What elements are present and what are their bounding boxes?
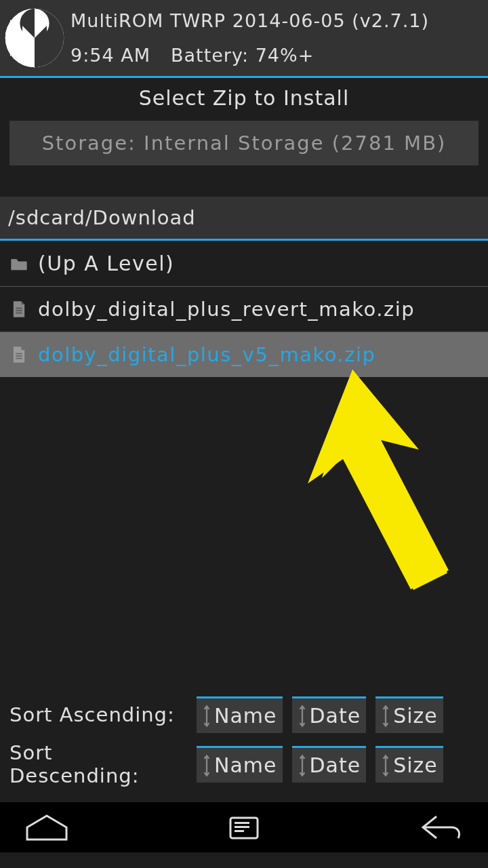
svg-rect-7 [16,310,22,311]
svg-marker-12 [322,370,447,590]
console-button[interactable] [222,812,266,842]
status-battery: Battery: 74%+ [171,45,314,66]
annotation-arrow-icon [251,370,454,600]
storage-button[interactable]: Storage: Internal Storage (2781 MB) [9,121,479,165]
file-icon [9,345,28,364]
sort-arrows-icon [298,705,307,728]
app-title: MultiROM TWRP 2014-06-05 (v2.7.1) [70,10,429,31]
page-title: Select Zip to Install [0,76,488,117]
svg-rect-6 [16,308,22,309]
file-item[interactable]: dolby_digital_plus_revert_mako.zip [0,287,488,332]
back-icon [419,814,464,841]
up-label: (Up A Level) [38,252,174,275]
header-bar: MultiROM TWRP 2014-06-05 (v2.7.1) 9:54 A… [0,0,488,76]
sort-btn-label: Name [214,704,277,728]
sort-arrows-icon [381,705,390,728]
sort-arrows-icon [298,754,307,777]
sort-btn-label: Date [310,704,361,728]
sort-desc-date-button[interactable]: Date [292,746,367,783]
sort-controls: Sort Ascending: Name Date Size Sort Desc… [0,694,488,802]
file-name: dolby_digital_plus_v5_mako.zip [38,343,375,366]
home-icon [24,814,69,841]
svg-rect-17 [235,826,249,828]
file-item-selected[interactable]: dolby_digital_plus_v5_mako.zip [0,332,488,377]
sort-desc-name-button[interactable]: Name [197,746,283,783]
sort-asc-size-button[interactable]: Size [375,696,443,733]
svg-rect-10 [16,355,22,357]
folder-icon [9,254,28,273]
bottom-navbar [0,802,488,852]
status-time: 9:54 AM [70,45,150,66]
sort-desc-size-button[interactable]: Size [375,746,443,783]
up-a-level[interactable]: (Up A Level) [0,241,488,287]
sort-btn-label: Size [393,753,438,777]
console-icon [228,814,260,841]
home-button[interactable] [24,812,69,842]
twrp-logo-icon [4,7,65,68]
svg-rect-8 [16,313,22,314]
current-path: /sdcard/Download [0,197,488,241]
sort-arrows-icon [202,754,211,777]
sort-asc-date-button[interactable]: Date [292,696,367,733]
svg-rect-16 [235,822,249,824]
sort-asc-name-button[interactable]: Name [197,696,283,733]
sort-arrows-icon [381,754,390,777]
file-name: dolby_digital_plus_revert_mako.zip [38,298,415,321]
svg-marker-14 [308,370,449,589]
sort-btn-label: Size [393,704,438,728]
sort-asc-label: Sort Ascending: [9,703,187,726]
svg-rect-18 [235,830,244,832]
file-icon [9,300,28,319]
svg-rect-9 [16,353,22,355]
sort-btn-label: Date [310,753,361,777]
svg-rect-11 [16,358,22,359]
sort-btn-label: Name [214,753,277,777]
file-list: (Up A Level) dolby_digital_plus_revert_m… [0,241,488,694]
back-button[interactable] [419,812,464,842]
sort-desc-label: Sort Descending: [9,741,187,787]
sort-arrows-icon [202,705,211,728]
